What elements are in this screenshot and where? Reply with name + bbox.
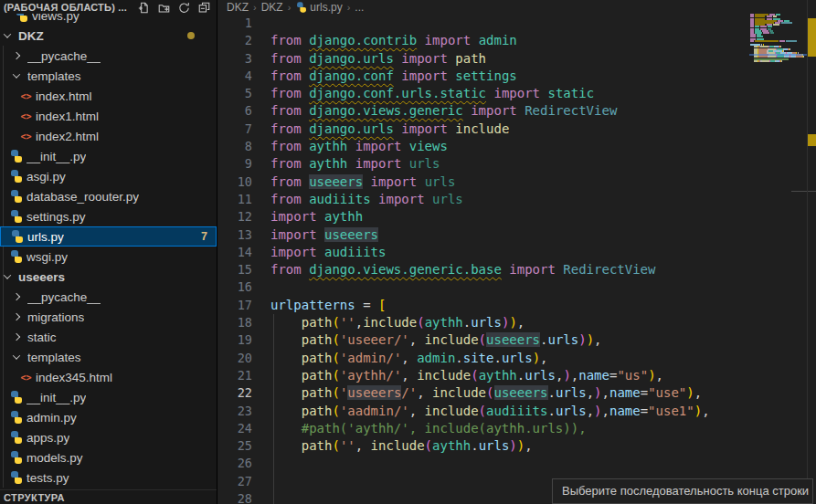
line-content (252, 278, 270, 296)
line-content (252, 15, 270, 32)
tree-item-index2-html[interactable]: index2.html (0, 126, 217, 146)
line-number: 28 (218, 490, 252, 504)
tree-item-label: apps.py (26, 431, 69, 445)
tree-item-apps-py[interactable]: apps.py (0, 427, 217, 447)
code-line-18[interactable]: 18 path('',include(aythh.urls)), (218, 314, 816, 331)
code-line-1[interactable]: 1 (218, 15, 816, 32)
tree-item-templates[interactable]: templates (0, 347, 217, 367)
tree-item-label: settings.py (26, 210, 86, 224)
vscode-window: views.pyDKZ__pycache__templatesindex.htm… (0, 0, 816, 504)
chevron-right-icon (13, 313, 20, 320)
code-line-15[interactable]: 15from django.views.generic.base import … (218, 261, 816, 278)
line-number: 7 (218, 121, 252, 138)
code-line-10[interactable]: 10from useeers import urls (218, 173, 816, 191)
code-line-9[interactable]: 9from aythh import urls (218, 155, 816, 173)
overview-ruler[interactable] (808, 0, 816, 504)
tree-item-pycache[interactable]: __pycache__ (0, 46, 217, 66)
tree-item-label: templates (27, 69, 81, 83)
tree-item-label: urls.py (27, 230, 64, 244)
tree-item-label: __init__.py (26, 391, 86, 404)
tree-item-useeers[interactable]: useeers (0, 267, 217, 287)
code-line-5[interactable]: 5from django.conf.urls.static import sta… (218, 85, 816, 102)
code-line-13[interactable]: 13import useeers (218, 226, 816, 244)
tree-item-tests-py[interactable]: tests.py (0, 467, 217, 488)
refresh-icon[interactable] (178, 2, 190, 14)
code-line-6[interactable]: 6from django.views.generic import Redire… (218, 102, 816, 120)
tree-item-index-html[interactable]: index.html (0, 86, 217, 106)
outline-section-header[interactable]: СТРУКТУРА (0, 489, 217, 504)
tree-item-urls-py[interactable]: urls.py7 (0, 226, 217, 247)
breadcrumb-item-urls-py[interactable]: urls.py (295, 1, 342, 14)
code-line-3[interactable]: 3from django.urls import path (218, 50, 816, 68)
tree-item-init-py[interactable]: __init__.py (0, 146, 217, 166)
line-number: 25 (218, 437, 252, 455)
python-file-icon (297, 2, 307, 12)
new-folder-icon[interactable] (158, 2, 170, 14)
code-line-2[interactable]: 2from django.contrib import admin (218, 32, 816, 49)
code-line-19[interactable]: 19 path('useeer/', include(useeers.urls)… (218, 331, 816, 349)
tree-item-index345-html[interactable]: index345.html (0, 367, 217, 387)
code-line-25[interactable]: 25 path('', include(aythh.urls)), (218, 437, 816, 455)
tree-item-label: wsgi.py (26, 250, 68, 264)
new-file-icon[interactable] (138, 2, 150, 14)
line-number: 5 (218, 85, 252, 102)
outline-title: СТРУКТУРА (4, 492, 65, 503)
tree-item-settings-py[interactable]: settings.py (0, 206, 217, 226)
code-line-22[interactable]: 22 path('useeers/', include(useeers.urls… (218, 384, 816, 402)
tree-item-models-py[interactable]: models.py (0, 447, 217, 467)
tree-item-static[interactable]: static (0, 327, 217, 347)
tree-item-asgi-py[interactable]: asgi.py (0, 166, 217, 186)
python-file-icon (10, 150, 23, 163)
code-line-21[interactable]: 21 path('aythh/', include(aythh.urls,),n… (218, 367, 816, 384)
code-line-8[interactable]: 8from aythh import views (218, 138, 816, 155)
line-number: 13 (218, 226, 252, 244)
explorer-sidebar: views.pyDKZ__pycache__templatesindex.htm… (0, 0, 217, 504)
chevron-down-icon (4, 271, 11, 278)
code-line-7[interactable]: 7from django.urls import include (218, 121, 816, 138)
line-content: from django.conf import settings (252, 68, 517, 85)
tree-item-label: index1.html (36, 110, 99, 123)
code-line-16[interactable]: 16 (218, 278, 816, 296)
tree-item-label: index345.html (36, 371, 112, 384)
tree-item-migrations[interactable]: migrations (0, 307, 217, 327)
ruler-warning-mark (808, 134, 816, 146)
python-file-icon (10, 411, 23, 424)
code-line-24[interactable]: 24 #path('aythh/', include(aythh.urls)), (218, 420, 816, 437)
breadcrumb-item-dkz[interactable]: DKZ (227, 1, 249, 14)
minimap-line (750, 40, 807, 42)
line-content: from django.urls import include (252, 121, 509, 138)
tooltip-text: Выберите последовательность конца строки (562, 484, 809, 498)
breadcrumb-label: ... (355, 1, 364, 14)
tree-item-index1-html[interactable]: index1.html (0, 106, 217, 126)
tree-item-templates[interactable]: templates (0, 66, 217, 86)
code-line-4[interactable]: 4from django.conf import settings (218, 68, 816, 85)
tree-item-init-py[interactable]: __init__.py (0, 387, 217, 407)
html-file-icon (19, 373, 33, 383)
tree-item-admin-py[interactable]: admin.py (0, 407, 217, 427)
problems-badge: 7 (201, 230, 207, 243)
code-line-17[interactable]: 17urlpatterns = [ (218, 297, 816, 314)
python-file-icon (10, 391, 23, 404)
code-line-12[interactable]: 12import aythh (218, 208, 816, 226)
python-file-icon (10, 170, 23, 183)
tree-item-label: asgi.py (26, 170, 66, 184)
minimap-line (750, 60, 807, 62)
tree-item-pycache[interactable]: __pycache__ (0, 287, 217, 307)
breadcrumb-item-dkz[interactable]: DKZ (261, 1, 283, 14)
minimap[interactable] (750, 12, 807, 194)
tree-item-label: database_roouter.py (26, 190, 139, 204)
tree-item-label: models.py (26, 451, 83, 465)
tree-item-database-roouter-py[interactable]: database_roouter.py (0, 186, 217, 206)
code-area[interactable]: 12from django.contrib import admin3from … (218, 15, 816, 504)
line-content: from audiiits import urls (252, 191, 463, 208)
collapse-folders-icon[interactable] (198, 2, 210, 14)
tree-item-wsgi-py[interactable]: wsgi.py (0, 247, 217, 267)
code-line-20[interactable]: 20 path('admin/', admin.site.urls), (218, 350, 816, 367)
tree-item-label: __init__.py (26, 150, 86, 163)
code-line-14[interactable]: 14import audiiits (218, 244, 816, 261)
code-line-23[interactable]: 23 path('aadmin/', include(audiiits.urls… (218, 403, 816, 420)
code-line-26[interactable]: 26 (218, 455, 816, 472)
tree-item-dkz[interactable]: DKZ (0, 26, 217, 46)
code-line-11[interactable]: 11from audiiits import urls (218, 191, 816, 208)
breadcrumb-item-[interactable]: ... (355, 1, 364, 14)
